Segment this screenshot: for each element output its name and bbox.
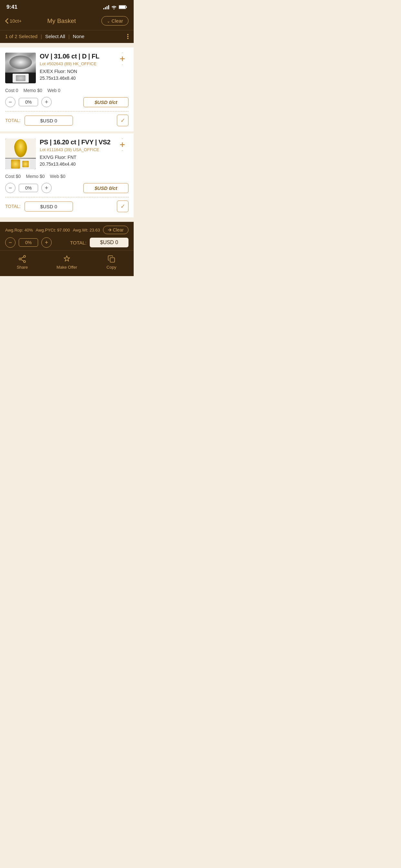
diamond-card-1: OV | 31.06 ct | D | FL Lot #502643 (89) … <box>0 48 134 131</box>
card-1-checkbox[interactable]: ✓ <box>117 115 128 126</box>
footer-controls-row: − + TOTAL: $USD 0 <box>5 237 128 248</box>
nav-bar: 10ct+ My Basket Clear <box>0 13 134 30</box>
svg-point-5 <box>24 260 26 262</box>
card-2-info: PS | 16.20 ct | FVY | VS2 Lot #111643 (3… <box>40 138 112 167</box>
nav-back-button[interactable]: 10ct+ <box>5 18 22 24</box>
card-1-image[interactable] <box>5 53 36 83</box>
nav-clear-label: Clear <box>112 18 123 24</box>
card-1-total-label: TOTAL: <box>5 118 21 123</box>
footer-total-value: $USD 0 <box>90 238 128 247</box>
svg-point-6 <box>19 258 21 260</box>
svg-rect-9 <box>110 258 115 262</box>
content-area: OV | 31.06 ct | D | FL Lot #502643 (89) … <box>0 43 134 222</box>
pear-thumb-2 <box>21 159 30 168</box>
select-all-button[interactable]: Select All <box>45 34 65 39</box>
svg-rect-3 <box>126 6 127 8</box>
footer-minus-button[interactable]: − <box>5 237 16 248</box>
footer-avg-wt: Awg.Wt: 23.63 <box>73 228 100 232</box>
footer-clear-button[interactable]: Clear <box>103 226 128 234</box>
pear-thumb-1 <box>11 159 20 168</box>
card-1-details-2: 25.75x13.46x8.40 <box>40 75 75 81</box>
card-1-image-bottom <box>5 73 36 83</box>
copy-icon <box>107 254 116 264</box>
svg-point-4 <box>24 255 26 257</box>
tab-make-offer-label: Make Offer <box>57 265 77 270</box>
svg-rect-2 <box>119 6 125 8</box>
status-time: 9:41 <box>6 4 18 10</box>
nav-title: My Basket <box>47 18 76 25</box>
card-2-details: EX/VG Fluor: FNT 20.75x13.46x4.40 <box>40 154 112 167</box>
card-2-checkbox[interactable]: ✓ <box>117 200 128 212</box>
card-2-controls: − + $USD 0/ct <box>5 183 128 193</box>
footer-avg-pyct: Awg.PYCt: 97.000 <box>36 228 70 232</box>
card-1-price-per-ct: $USD 0/ct <box>95 99 117 105</box>
card-2-percent-input[interactable] <box>19 184 38 192</box>
card-2-total-row: TOTAL: $USD 0 ✓ <box>5 200 128 212</box>
card-2-plus-button[interactable]: + <box>41 183 52 193</box>
card-2-price-row: Cost $0 Memo $0 Web $0 <box>5 174 128 179</box>
footer-plus-button[interactable]: + <box>41 237 52 248</box>
card-2-price-per-ct-button[interactable]: $USD 0/ct <box>83 183 128 193</box>
more-options-button[interactable] <box>127 34 128 39</box>
pear-shape <box>14 139 27 157</box>
card-1-image-top <box>5 53 36 72</box>
tab-share[interactable]: Share <box>9 254 35 270</box>
card-2-lot: Lot #111643 (39) USA_OFFICE <box>40 147 112 152</box>
diamond-box-inner <box>16 75 26 81</box>
divider-1: | <box>41 34 42 39</box>
tab-bar: Share Make Offer Copy <box>0 250 134 276</box>
card-2-minus-button[interactable]: − <box>5 183 16 193</box>
footer-avg-rop: Awg.Rop: 40% <box>5 228 33 232</box>
card-1-header: OV | 31.06 ct | D | FL Lot #502643 (89) … <box>5 53 128 83</box>
card-2-total-label: TOTAL: <box>5 204 21 209</box>
card-1-cost: Cost 0 <box>5 88 18 93</box>
none-button[interactable]: None <box>73 34 85 39</box>
card-2-title: PS | 16.20 ct | FVY | VS2 <box>40 138 112 146</box>
card-1-minus-button[interactable]: − <box>5 97 16 107</box>
diamond-card-2: PS | 16.20 ct | FVY | VS2 Lot #111643 (3… <box>0 133 134 217</box>
card-2-web: Web $0 <box>50 174 66 179</box>
card-1-price-per-ct-button[interactable]: $USD 0/ct <box>83 97 128 107</box>
tab-make-offer[interactable]: Make Offer <box>54 254 80 270</box>
card-1-controls: − + $USD 0/ct <box>5 97 128 107</box>
card-2-cost: Cost $0 <box>5 174 21 179</box>
card-1-divider <box>5 111 128 112</box>
card-1-details: EX/EX Fluor: NON 25.75x13.46x8.40 <box>40 68 112 82</box>
footer-total-label: TOTAL: <box>70 240 87 245</box>
nav-clear-button[interactable]: Clear <box>101 16 128 26</box>
tab-copy[interactable]: Copy <box>98 254 124 270</box>
footer-stats-row: Awg.Rop: 40% Awg.PYCt: 97.000 Awg.Wt: 23… <box>5 226 128 234</box>
svg-line-8 <box>21 259 24 261</box>
status-icons <box>103 5 127 9</box>
share-icon <box>18 254 27 264</box>
tab-share-label: Share <box>17 265 28 270</box>
card-1-total-value: $USD 0 <box>25 116 73 126</box>
card-1-web: Web 0 <box>48 88 60 93</box>
card-1-info: OV | 31.06 ct | D | FL Lot #502643 (89) … <box>40 53 112 82</box>
battery-icon <box>119 5 127 9</box>
divider-2: | <box>68 34 70 39</box>
footer-percent-input[interactable] <box>19 238 38 247</box>
card-2-image-bottom <box>5 159 36 169</box>
footer-stats: Awg.Rop: 40% Awg.PYCt: 97.000 Awg.Wt: 23… <box>0 222 134 250</box>
card-2-add-button[interactable] <box>116 138 128 151</box>
star-icon <box>62 254 71 264</box>
card-2-details-1: EX/VG Fluor: FNT <box>40 155 76 160</box>
status-bar: 9:41 <box>0 0 134 13</box>
wifi-icon <box>111 5 117 9</box>
card-1-percent-input[interactable] <box>19 98 38 106</box>
card-1-plus-button[interactable]: + <box>41 97 52 107</box>
card-1-memo: Memo $0 <box>23 88 42 93</box>
footer-clear-label: Clear <box>113 227 124 232</box>
card-2-image[interactable] <box>5 138 36 169</box>
card-1-title: OV | 31.06 ct | D | FL <box>40 53 112 60</box>
card-1-price-row: Cost 0 Memo $0 Web 0 <box>5 88 128 93</box>
card-1-add-button[interactable] <box>116 53 128 65</box>
svg-point-0 <box>114 9 115 10</box>
selection-count: 1 of 2 Selected <box>5 34 37 39</box>
card-2-divider <box>5 197 128 197</box>
card-2-image-top <box>5 138 36 158</box>
nav-back-label: 10ct+ <box>10 18 22 24</box>
tab-copy-label: Copy <box>106 265 116 270</box>
diamond-box <box>12 73 29 83</box>
